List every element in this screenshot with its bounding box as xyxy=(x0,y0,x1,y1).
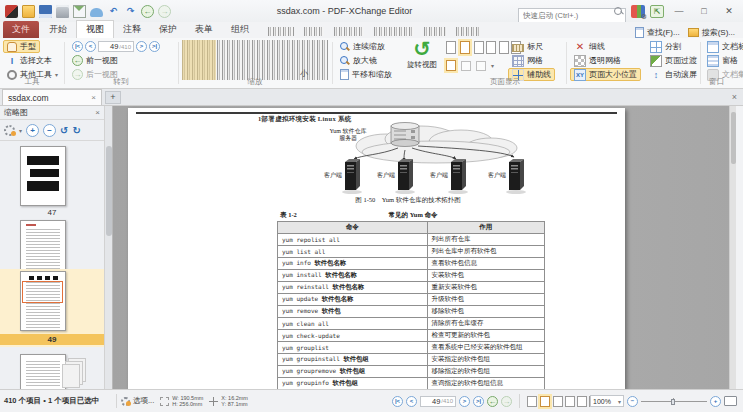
document-view[interactable]: 1部署虚拟环境安装 Linux 系统 xyxy=(113,106,736,389)
next-view-icon[interactable]: → xyxy=(501,396,512,407)
prev-page-button[interactable]: < xyxy=(85,41,96,52)
tab-file[interactable]: 文件 xyxy=(3,21,39,38)
quick-launch-search[interactable] xyxy=(518,4,626,19)
prev-page-button[interactable]: < xyxy=(406,396,417,407)
table-title: 常见的 Yum 命令 xyxy=(268,211,558,220)
selection-size-icon xyxy=(160,397,169,406)
pan-zoom-button[interactable]: 平移和缩放 xyxy=(336,68,396,81)
search-button[interactable]: 搜索(S)... xyxy=(688,27,735,38)
scrolling-mode-icon[interactable] xyxy=(446,60,456,71)
grid-icon xyxy=(512,55,524,67)
hand-tool-button[interactable]: 手型 xyxy=(3,40,40,53)
viewport-rect[interactable] xyxy=(22,281,63,303)
two-pages-continuous-icon[interactable] xyxy=(577,396,587,407)
ruler-button[interactable]: 标尺 xyxy=(508,40,547,53)
single-page-continuous-icon[interactable] xyxy=(540,396,550,407)
first-page-button[interactable]: |< xyxy=(72,41,83,52)
panes-button[interactable]: 窗格 xyxy=(703,54,742,67)
previous-view-button[interactable]: ← 前一视图 xyxy=(68,54,122,67)
document-tab[interactable]: ssdax.com × xyxy=(2,89,102,105)
zoom-out-button[interactable]: − xyxy=(627,396,638,407)
rotate-ccw-icon[interactable]: ↺ xyxy=(60,125,68,136)
redo-icon[interactable]: ↷ xyxy=(124,5,137,18)
tab-form[interactable]: 表单 xyxy=(186,21,222,38)
pdf-page[interactable]: 1部署虚拟环境安装 Linux 系统 xyxy=(128,108,625,389)
zoom-out-thumbs-button[interactable]: − xyxy=(43,124,56,137)
close-panel-icon[interactable]: × xyxy=(95,108,100,117)
tab-view[interactable]: 视图 xyxy=(76,20,114,38)
document-scroll-thumb[interactable] xyxy=(731,112,736,164)
two-pages-icon[interactable] xyxy=(553,396,563,407)
save-icon[interactable] xyxy=(39,5,52,18)
transparency-grid-button[interactable]: 透明网格 xyxy=(570,54,625,67)
select-text-label: 选择文本 xyxy=(20,55,52,66)
rotate-cw-icon[interactable]: ↻ xyxy=(72,125,80,136)
document-scrollbar[interactable] xyxy=(729,106,736,389)
first-page-button[interactable]: |< xyxy=(392,396,403,407)
next-page-button[interactable]: > xyxy=(136,41,147,52)
figure-caption: 图 1-50 Yum 软件仓库的技术拓扑图 xyxy=(258,196,558,205)
undo-icon[interactable]: ↶ xyxy=(107,5,120,18)
page-size-button[interactable]: XY 页面大小位置 xyxy=(570,68,641,81)
two-pages-icon[interactable] xyxy=(474,41,484,54)
options-button[interactable]: 选项... xyxy=(121,396,154,406)
single-page-icon[interactable] xyxy=(446,41,456,54)
page-transition-button[interactable]: 页面过渡 xyxy=(646,54,701,67)
page-total: /410 xyxy=(119,44,131,50)
zoom-slider-thumb[interactable] xyxy=(671,399,675,405)
back-view-icon[interactable]: ← xyxy=(141,5,154,18)
zoom-slider[interactable] xyxy=(641,396,707,407)
last-page-button[interactable]: >| xyxy=(149,41,160,52)
tab-comment[interactable]: 注释 xyxy=(114,21,150,38)
continuous-zoom-button[interactable]: 连续缩放 xyxy=(336,40,389,53)
document-tabs-button[interactable]: 文档标签页 xyxy=(703,40,743,53)
fit-page-icon[interactable] xyxy=(724,396,737,406)
ui-options-icon[interactable] xyxy=(631,5,645,18)
open-icon[interactable] xyxy=(22,5,35,18)
grid-button[interactable]: 网格 xyxy=(508,54,547,67)
thumbnail-page-50[interactable] xyxy=(20,354,66,389)
options-gear-icon[interactable] xyxy=(4,125,15,136)
tab-protect[interactable]: 保护 xyxy=(150,21,186,38)
split-button[interactable]: 分割 xyxy=(646,40,685,53)
thumbnails-toolbar: ▾ + − ↺ ↻ xyxy=(0,120,104,141)
thumbnail-page-49[interactable] xyxy=(20,271,66,331)
print-icon[interactable] xyxy=(56,5,69,18)
email-icon[interactable] xyxy=(73,5,86,18)
tab-home[interactable]: 开始 xyxy=(40,21,76,38)
select-text-button[interactable]: I 选择文本 xyxy=(3,54,56,67)
previous-view-icon[interactable]: ← xyxy=(487,396,498,407)
page-transition-label: 页面过渡 xyxy=(665,55,697,66)
thumbnail-page-47[interactable] xyxy=(20,146,66,206)
close-tab-icon[interactable]: × xyxy=(91,93,96,102)
next-page-button[interactable]: > xyxy=(459,396,470,407)
close-icon[interactable]: × xyxy=(732,92,743,105)
single-page-icon[interactable] xyxy=(527,396,537,407)
single-page-continuous-icon[interactable] xyxy=(460,41,470,54)
zoom-in-thumbs-button[interactable]: + xyxy=(26,124,39,137)
maximize-button[interactable]: □ xyxy=(694,4,714,19)
quick-launch-input[interactable] xyxy=(518,8,626,23)
rotate-view-button[interactable]: ↺ 旋转视图 xyxy=(402,38,442,70)
page-number-box[interactable]: 49 /410 xyxy=(420,396,456,407)
forward-view-icon[interactable]: → xyxy=(158,5,171,18)
fullscreen-icon[interactable]: ⇱ xyxy=(650,5,664,18)
cloud-upload-icon[interactable] xyxy=(90,8,103,17)
page-number-box[interactable]: 49 /410 xyxy=(98,41,134,52)
thin-lines-button[interactable]: ✕ 细线 xyxy=(570,40,609,53)
zoom-level-box[interactable]: 100% ▾ xyxy=(590,395,624,407)
page-order-alt-icon[interactable] xyxy=(476,61,486,71)
new-tab-button[interactable]: + xyxy=(105,91,121,104)
zoom-in-button[interactable]: + xyxy=(710,396,721,407)
find-button[interactable]: 查找(F)... xyxy=(635,27,680,38)
page-order-icon[interactable] xyxy=(461,61,471,71)
tab-organize[interactable]: 组织 xyxy=(222,21,258,38)
loupe-button[interactable]: 放大镜 xyxy=(336,54,381,67)
minimize-button[interactable]: — xyxy=(669,4,689,19)
titlebar-controls: ⇱ — □ ✕ xyxy=(518,4,743,19)
last-page-button[interactable]: >| xyxy=(473,396,484,407)
sidebar-scrollbar[interactable] xyxy=(104,106,112,389)
close-button[interactable]: ✕ xyxy=(719,4,739,19)
app-logo-icon xyxy=(5,5,18,18)
chevron-down-icon: ▾ xyxy=(491,62,494,69)
